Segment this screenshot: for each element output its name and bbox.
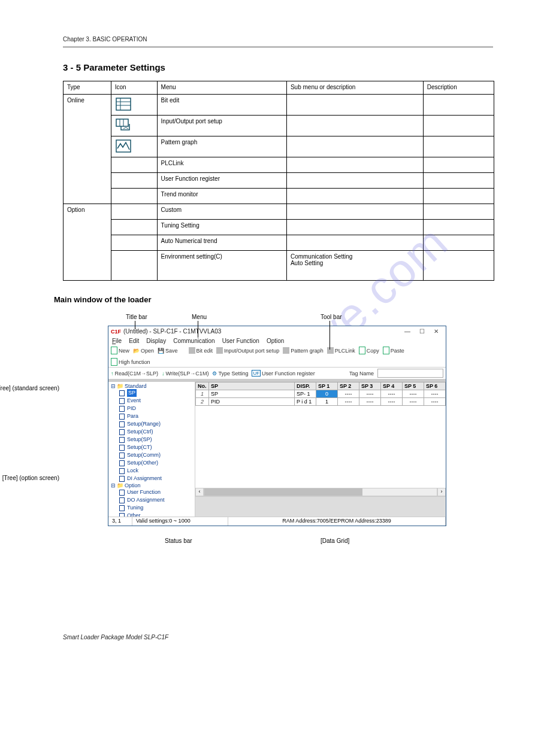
label-status-bar: Status bar xyxy=(165,538,192,544)
menu-edit[interactable]: Edit xyxy=(129,338,139,344)
menu-file[interactable]: File xyxy=(112,338,122,344)
sub-heading: Main window of the loader xyxy=(54,295,493,304)
label-menu: Menu xyxy=(192,314,207,320)
tree-item-setup-range[interactable]: Setup(Range) xyxy=(111,420,194,428)
tree-item-uf[interactable]: User Function xyxy=(111,488,194,496)
grid-header-sp5: SP 5 xyxy=(403,382,424,390)
col-menu: Menu xyxy=(157,81,286,95)
tree-item-setup-comm[interactable]: Setup(Comm) xyxy=(111,451,194,459)
cell-desc xyxy=(423,251,494,281)
cell-icon xyxy=(111,157,157,173)
write-button[interactable]: ↓Write(SLP→C1M) xyxy=(162,371,208,377)
grid-header-disp: DISP. xyxy=(295,382,316,390)
maximize-button[interactable]: ☐ xyxy=(415,328,429,335)
grid-header-sp1: SP 1 xyxy=(316,382,338,390)
copy-button[interactable]: Copy xyxy=(359,347,379,354)
grid-header-no: No. xyxy=(196,382,209,390)
cell-icon xyxy=(111,204,157,220)
grid-header-sp6: SP 6 xyxy=(424,382,446,390)
grid-header-sp3: SP 3 xyxy=(359,382,381,390)
tree-root-option[interactable]: Option xyxy=(125,482,141,488)
footer: Smart Loader Package Model SLP-C1F xyxy=(63,634,493,640)
minimize-button[interactable]: — xyxy=(400,328,415,335)
label-tree-standard: [Tree] (standard screen) xyxy=(0,385,59,391)
col-sub: Sub menu or description xyxy=(286,81,423,95)
tree-item-event[interactable]: Event xyxy=(111,397,194,405)
tree-item-para[interactable]: Para xyxy=(111,412,194,420)
table-row: User Function register xyxy=(64,173,494,189)
tree-item-setup-ct[interactable]: Setup(CT) xyxy=(111,444,194,451)
high-function-button[interactable]: High function xyxy=(111,358,150,366)
col-desc: Description xyxy=(423,81,494,95)
cell-menu: User Function register xyxy=(157,173,286,189)
menu-display[interactable]: Display xyxy=(146,338,166,344)
cell-desc xyxy=(423,157,494,173)
pattern-graph-icon xyxy=(111,136,157,157)
data-grid[interactable]: No. SP DISP. SP 1 SP 2 SP 3 SP 4 SP 5 SP… xyxy=(195,382,446,406)
tag-name-label: Tag Name xyxy=(349,371,374,377)
section-title: 3 - 5 Parameter Settings xyxy=(63,62,493,72)
read-button[interactable]: ↑Read(C1M→SLP) xyxy=(111,371,158,377)
close-button[interactable]: ✕ xyxy=(429,328,443,335)
open-button[interactable]: 📂Open xyxy=(133,348,154,354)
cell-menu: Pattern graph xyxy=(157,136,286,157)
cell-desc xyxy=(423,204,494,220)
bit-edit-icon xyxy=(111,95,157,116)
app-window: C1F (Untitled) - SLP-C1F - C1MTVVLA03 — … xyxy=(108,326,446,526)
tree-item-setup-other[interactable]: Setup(Other) xyxy=(111,459,194,467)
paste-button[interactable]: Paste xyxy=(383,347,404,354)
table-row: Trend monitor xyxy=(64,189,494,204)
tree-item-pid[interactable]: PID xyxy=(111,405,194,412)
tag-name-input[interactable] xyxy=(377,369,443,378)
tree-item-do[interactable]: DO Assignment xyxy=(111,496,194,504)
tree-item-lock[interactable]: Lock xyxy=(111,467,194,475)
scroll-thumb[interactable] xyxy=(204,488,362,496)
table-row: Option Custom xyxy=(64,204,494,220)
cell-sub xyxy=(286,95,423,116)
new-button[interactable]: New xyxy=(111,347,129,354)
chapter-label: Chapter 3. BASIC OPERATION xyxy=(63,36,147,42)
label-data-grid: [Data Grid] xyxy=(321,538,349,544)
cell-icon xyxy=(111,235,157,251)
type-setting-button[interactable]: ⚙Type Setting xyxy=(212,371,248,377)
tree-item-other[interactable]: Other xyxy=(111,512,194,517)
leader xyxy=(330,321,330,350)
save-button[interactable]: 💾Save xyxy=(158,348,178,354)
leader xyxy=(198,321,198,338)
scroll-left-button[interactable]: ‹ xyxy=(195,488,204,496)
cell-desc xyxy=(423,136,494,157)
status-bar: 3, 1 Valid settings:0 ~ 1000 RAM Address… xyxy=(108,517,446,526)
menu-table: Type Icon Menu Sub menu or description D… xyxy=(63,81,494,281)
cell-menu: Bit edit xyxy=(157,95,286,116)
pattern-graph-button[interactable]: Pattern graph xyxy=(283,347,324,354)
cell-menu: Trend monitor xyxy=(157,189,286,204)
tree-view[interactable]: ⊟📁Standard SP Event PID Para Setup(Range… xyxy=(108,382,195,517)
table-row: Environment setting(C) Communication Set… xyxy=(64,251,494,281)
tree-item-tuning[interactable]: Tuning xyxy=(111,504,194,512)
selected-cell[interactable]: 0 xyxy=(316,390,338,398)
io-port-button[interactable]: Input/Output port setup xyxy=(216,347,279,354)
toolbar-row-2: ↑Read(C1M→SLP) ↓Write(SLP→C1M) ⚙Type Set… xyxy=(108,368,446,379)
app-icon: C1F xyxy=(111,329,121,335)
plclink-button[interactable]: PLCLink xyxy=(327,347,355,354)
title-bar: C1F (Untitled) - SLP-C1F - C1MTVVLA03 — … xyxy=(108,326,446,336)
status-addr: RAM Address:7005/EEPROM Address:23389 xyxy=(228,517,446,526)
scroll-right-button[interactable]: › xyxy=(437,488,446,496)
tree-item-sp[interactable]: SP xyxy=(111,389,194,397)
header-rule xyxy=(63,46,493,48)
menu-user-function[interactable]: User Function xyxy=(222,338,259,344)
cell-menu: Tuning Setting xyxy=(157,220,286,235)
leader xyxy=(135,321,135,329)
uf-register-button[interactable]: UFUser Function register xyxy=(252,370,315,377)
horizontal-scrollbar[interactable]: ‹ › xyxy=(195,488,446,496)
tree-item-setup-sp[interactable]: Setup(SP) xyxy=(111,436,194,444)
tree-item-setup-ctrl[interactable]: Setup(Ctrl) xyxy=(111,428,194,436)
menu-communication[interactable]: Communication xyxy=(173,338,214,344)
cell-icon xyxy=(111,189,157,204)
table-row: Online Bit edit xyxy=(64,95,494,116)
svg-rect-0 xyxy=(116,98,131,110)
tree-root-standard[interactable]: Standard xyxy=(125,383,147,389)
bit-edit-button[interactable]: Bit edit xyxy=(189,347,213,354)
tree-item-di[interactable]: DI Assignment xyxy=(111,475,194,482)
menu-option[interactable]: Option xyxy=(267,338,284,344)
